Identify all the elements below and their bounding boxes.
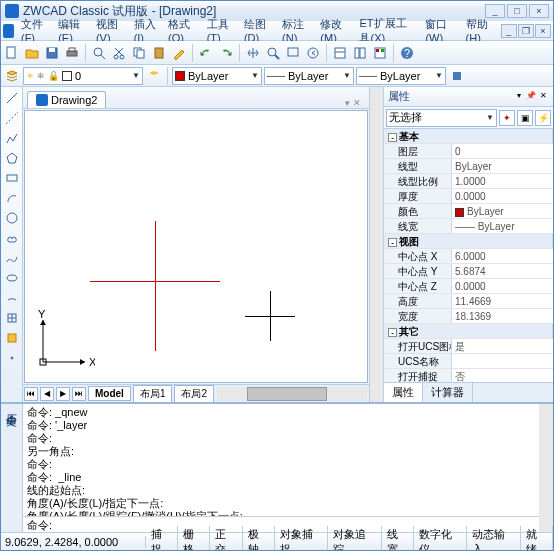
svg-rect-22 xyxy=(381,49,384,52)
property-category[interactable]: -基本 xyxy=(384,129,553,144)
arc-icon[interactable] xyxy=(3,189,21,207)
redo-icon[interactable] xyxy=(217,44,235,62)
help-icon[interactable]: ? xyxy=(398,44,416,62)
cut-icon[interactable] xyxy=(110,44,128,62)
layout-tab[interactable]: Model xyxy=(88,386,131,401)
property-category[interactable]: -其它 xyxy=(384,324,553,339)
tab-properties[interactable]: 属性 xyxy=(384,383,423,402)
status-toggle[interactable]: 捕捉 xyxy=(146,526,178,552)
document-tab[interactable]: Drawing2 xyxy=(27,91,106,108)
command-scrollbar[interactable] xyxy=(539,404,553,532)
last-tab-icon[interactable]: ⏭ xyxy=(72,387,86,401)
close-button[interactable]: × xyxy=(529,4,549,18)
open-icon[interactable] xyxy=(23,44,41,62)
properties-icon[interactable] xyxy=(331,44,349,62)
match-icon[interactable] xyxy=(170,44,188,62)
rectangle-icon[interactable] xyxy=(3,169,21,187)
spline-icon[interactable] xyxy=(3,249,21,267)
selection-combo[interactable]: 无选择 ▼ xyxy=(386,109,497,127)
status-toggle[interactable]: 正交 xyxy=(210,526,242,552)
first-tab-icon[interactable]: ⏮ xyxy=(24,387,38,401)
preview-icon[interactable] xyxy=(90,44,108,62)
circle-icon[interactable] xyxy=(3,209,21,227)
linetype-combo[interactable]: —— ByLayer ▼ xyxy=(264,67,354,85)
status-toggle[interactable]: 线宽 xyxy=(382,526,414,552)
property-row[interactable]: 线型ByLayer xyxy=(384,159,553,174)
layer-manager-icon[interactable] xyxy=(3,67,21,85)
zoom-window-icon[interactable] xyxy=(284,44,302,62)
property-row[interactable]: 中心点 Z0.0000 xyxy=(384,279,553,294)
property-row[interactable]: 图层0 xyxy=(384,144,553,159)
property-category[interactable]: -视图 xyxy=(384,234,553,249)
plot-style-icon[interactable] xyxy=(448,67,466,85)
tab-calculator[interactable]: 计算器 xyxy=(423,383,473,402)
doc-minimize-button[interactable]: _ xyxy=(501,24,517,38)
make-block-icon[interactable] xyxy=(3,329,21,347)
quick-select-icon[interactable]: ⚡ xyxy=(535,110,551,126)
panel-menu-icon[interactable]: ▾ xyxy=(513,91,525,103)
zoom-realtime-icon[interactable] xyxy=(264,44,282,62)
layout-tab[interactable]: 布局2 xyxy=(174,385,214,403)
doc-close-button[interactable]: × xyxy=(535,24,551,38)
property-row[interactable]: 中心点 X6.0000 xyxy=(384,249,553,264)
print-icon[interactable] xyxy=(63,44,81,62)
doc-restore-button[interactable]: ❐ xyxy=(518,24,534,38)
linetype-value: ByLayer xyxy=(288,70,340,82)
property-row[interactable]: 高度11.4669 xyxy=(384,294,553,309)
status-toggle[interactable]: 极轴 xyxy=(243,526,275,552)
point-icon[interactable] xyxy=(3,349,21,367)
ellipse-icon[interactable] xyxy=(3,269,21,287)
ellipse-arc-icon[interactable] xyxy=(3,289,21,307)
lineweight-combo[interactable]: —— ByLayer ▼ xyxy=(356,67,446,85)
new-icon[interactable] xyxy=(3,44,21,62)
vertical-scrollbar[interactable] xyxy=(369,87,383,402)
polyline-icon[interactable] xyxy=(3,129,21,147)
property-row[interactable]: 打开捕捉否 xyxy=(384,369,553,382)
property-row[interactable]: 宽度18.1369 xyxy=(384,309,553,324)
design-center-icon[interactable] xyxy=(351,44,369,62)
polygon-icon[interactable] xyxy=(3,149,21,167)
toggle-pickadd-icon[interactable]: ✦ xyxy=(499,110,515,126)
horizontal-scrollbar[interactable] xyxy=(217,387,367,401)
command-log[interactable]: 命令: _qnew命令: '_layer命令:另一角点:命令:命令: _line… xyxy=(23,404,539,516)
zoom-prev-icon[interactable] xyxy=(304,44,322,62)
panel-pin-icon[interactable]: 📌 xyxy=(525,91,537,103)
save-icon[interactable] xyxy=(43,44,61,62)
color-combo[interactable]: ByLayer ▼ xyxy=(172,67,262,85)
property-row[interactable]: 厚度0.0000 xyxy=(384,189,553,204)
property-row[interactable]: 打开UCS图标是 xyxy=(384,339,553,354)
property-row[interactable]: 线型比例1.0000 xyxy=(384,174,553,189)
status-toggle[interactable]: 动态输入 xyxy=(467,526,520,552)
status-toggle[interactable]: 就绪 xyxy=(521,526,553,552)
paste-icon[interactable] xyxy=(150,44,168,62)
property-row[interactable]: UCS名称 xyxy=(384,354,553,369)
tool-palette-icon[interactable] xyxy=(371,44,389,62)
undo-icon[interactable] xyxy=(197,44,215,62)
layer-prev-icon[interactable] xyxy=(145,67,163,85)
next-tab-icon[interactable]: ▶ xyxy=(56,387,70,401)
property-row[interactable]: 中心点 Y5.6874 xyxy=(384,264,553,279)
status-toggle[interactable]: 栅格 xyxy=(178,526,210,552)
panel-close-icon[interactable]: ✕ xyxy=(537,91,549,103)
insert-block-icon[interactable] xyxy=(3,309,21,327)
copy-icon[interactable] xyxy=(130,44,148,62)
property-row[interactable]: 颜色ByLayer xyxy=(384,204,553,219)
maximize-button[interactable]: □ xyxy=(507,4,527,18)
coords-display[interactable]: 9.0629, 2.4284, 0.0000 xyxy=(1,536,146,548)
drawing-canvas[interactable]: X Y xyxy=(24,110,368,383)
svg-rect-25 xyxy=(453,72,461,80)
prev-tab-icon[interactable]: ◀ xyxy=(40,387,54,401)
layer-combo[interactable]: ☀❄🔓 0 ▼ xyxy=(23,67,143,85)
revcloud-icon[interactable] xyxy=(3,229,21,247)
construction-line-icon[interactable] xyxy=(3,109,21,127)
command-panel-grip[interactable]: 命令历史 xyxy=(1,404,23,532)
status-toggle[interactable]: 数字化仪 xyxy=(414,526,467,552)
property-row[interactable]: 线宽—— ByLayer xyxy=(384,219,553,234)
pan-icon[interactable] xyxy=(244,44,262,62)
tab-overflow-icon[interactable]: ▾ ✕ xyxy=(345,98,361,108)
status-toggle[interactable]: 对象追踪 xyxy=(328,526,381,552)
line-icon[interactable] xyxy=(3,89,21,107)
layout-tab[interactable]: 布局1 xyxy=(133,385,173,403)
select-objects-icon[interactable]: ▣ xyxy=(517,110,533,126)
status-toggle[interactable]: 对象捕捉 xyxy=(275,526,328,552)
